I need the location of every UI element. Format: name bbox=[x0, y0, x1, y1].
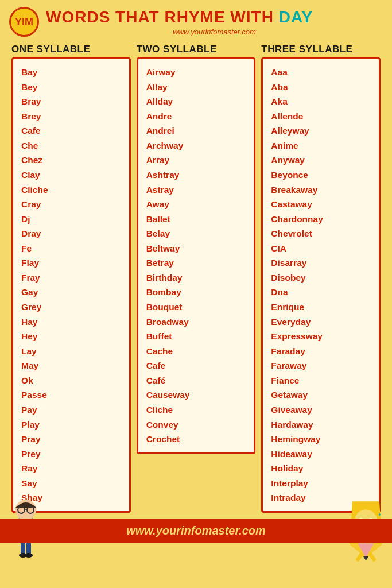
word-item: Airway bbox=[146, 65, 246, 80]
word-item: Aka bbox=[271, 94, 371, 109]
word-item: Holiday bbox=[271, 461, 371, 476]
title-part1: WORDS THAT RHYME WITH bbox=[46, 8, 279, 26]
word-item: Prey bbox=[21, 447, 121, 462]
word-item: Chevrolet bbox=[271, 226, 371, 241]
col-header-1: ONE SYLLABLE bbox=[11, 44, 131, 55]
word-item: Cliche bbox=[146, 403, 246, 417]
svg-line-27 bbox=[358, 554, 362, 559]
word-item: Ok bbox=[21, 373, 121, 388]
word-item: Chardonnay bbox=[271, 212, 371, 227]
word-item: Andrei bbox=[146, 123, 246, 138]
word-item: Anyway bbox=[271, 153, 371, 168]
word-item: Array bbox=[146, 153, 246, 168]
word-item: Castaway bbox=[271, 197, 371, 212]
word-item: Causeway bbox=[146, 388, 246, 403]
word-item: Dj bbox=[21, 212, 121, 227]
word-item: Gay bbox=[21, 285, 121, 300]
word-item: Ashtray bbox=[146, 168, 246, 183]
word-item: Flay bbox=[21, 256, 121, 270]
word-item: Allay bbox=[146, 80, 246, 95]
word-item: Café bbox=[146, 373, 246, 388]
word-item: Fray bbox=[21, 270, 121, 285]
word-item: Alleyway bbox=[271, 123, 371, 138]
word-item: Interplay bbox=[271, 476, 371, 491]
word-item: Aba bbox=[271, 80, 371, 95]
word-item: Beyonce bbox=[271, 168, 371, 183]
footer-text: www.yourinfomaster.com bbox=[126, 524, 266, 537]
svg-line-28 bbox=[370, 554, 374, 559]
word-item: Belay bbox=[146, 226, 246, 241]
title-block: WORDS THAT RHYME WITH DAY www.yourinfoma… bbox=[46, 8, 383, 36]
word-item: Allende bbox=[271, 109, 371, 124]
word-item: Betray bbox=[146, 256, 246, 270]
word-item: Convey bbox=[146, 417, 246, 432]
word-item: Lay bbox=[21, 344, 121, 359]
word-item: Bay bbox=[21, 65, 121, 80]
word-item: Fe bbox=[21, 241, 121, 256]
word-item: Anime bbox=[271, 138, 371, 153]
website-subtitle: www.yourinfomaster.com bbox=[46, 28, 383, 36]
svg-rect-6 bbox=[21, 542, 25, 555]
word-item: Play bbox=[21, 417, 121, 432]
svg-point-9 bbox=[25, 553, 33, 558]
word-item: Clay bbox=[21, 168, 121, 183]
word-item: Cafe bbox=[146, 358, 246, 373]
col-header-2: TWO SYLLABLE bbox=[137, 44, 256, 55]
word-item: Bouquet bbox=[146, 300, 246, 315]
word-item: Archway bbox=[146, 138, 246, 153]
word-item: Bey bbox=[21, 80, 121, 95]
header: YIM WORDS THAT RHYME WITH DAY www.yourin… bbox=[0, 0, 392, 39]
word-item: Bray bbox=[21, 94, 121, 109]
word-item: Cray bbox=[21, 197, 121, 212]
svg-marker-17 bbox=[363, 556, 368, 561]
columns-body: BayBeyBrayBreyCafeCheChezClayClicheCrayD… bbox=[0, 57, 392, 519]
word-item: Broadway bbox=[146, 315, 246, 330]
word-item: Aaa bbox=[271, 65, 371, 80]
word-item: Faraday bbox=[271, 344, 371, 359]
one-syllable-column: BayBeyBrayBreyCafeCheChezClayClicheCrayD… bbox=[11, 57, 131, 513]
main-title: WORDS THAT RHYME WITH DAY bbox=[46, 8, 383, 26]
title-part2: DAY bbox=[279, 8, 313, 26]
word-item: Hey bbox=[21, 329, 121, 344]
word-item: Beltway bbox=[146, 241, 246, 256]
word-item: Che bbox=[21, 138, 121, 153]
two-syllable-column: AirwayAllayAlldayAndreAndreiArchwayArray… bbox=[137, 57, 256, 454]
footer: www.yourinfomaster.com bbox=[0, 519, 392, 543]
word-item: Cafe bbox=[21, 123, 121, 138]
word-item: Getaway bbox=[271, 388, 371, 403]
word-item: CIA bbox=[271, 241, 371, 256]
word-item: Hideaway bbox=[271, 447, 371, 462]
word-item: Ballet bbox=[146, 212, 246, 227]
word-item: May bbox=[21, 358, 121, 373]
logo-text: YIM bbox=[15, 16, 33, 28]
col-header-3: THREE SYLLABLE bbox=[261, 44, 381, 55]
word-item: Grey bbox=[21, 300, 121, 315]
word-item: Away bbox=[146, 197, 246, 212]
word-item: Dray bbox=[21, 226, 121, 241]
word-item: Expressway bbox=[271, 329, 371, 344]
word-item: Giveaway bbox=[271, 403, 371, 417]
word-item: Andre bbox=[146, 109, 246, 124]
word-item: Breakaway bbox=[271, 183, 371, 198]
word-item: Passe bbox=[21, 388, 121, 403]
word-item: Pay bbox=[21, 403, 121, 417]
word-item: Hay bbox=[21, 315, 121, 330]
word-item: Brey bbox=[21, 109, 121, 124]
word-item: Allday bbox=[146, 94, 246, 109]
word-item: Astray bbox=[146, 183, 246, 198]
word-item: Everyday bbox=[271, 315, 371, 330]
word-item: Bombay bbox=[146, 285, 246, 300]
svg-text:✦: ✦ bbox=[378, 512, 382, 517]
word-item: Crochet bbox=[146, 432, 246, 447]
word-item: Faraway bbox=[271, 358, 371, 373]
word-item: Ray bbox=[21, 461, 121, 476]
word-item: Birthday bbox=[146, 270, 246, 285]
word-item: Buffet bbox=[146, 329, 246, 344]
word-item: Disarray bbox=[271, 256, 371, 270]
word-item: Cliche bbox=[21, 183, 121, 198]
word-item: Dna bbox=[271, 285, 371, 300]
word-item: Hemingway bbox=[271, 432, 371, 447]
svg-rect-7 bbox=[26, 542, 31, 555]
three-syllable-column: AaaAbaAkaAllendeAlleywayAnimeAnywayBeyon… bbox=[261, 57, 381, 513]
word-item: Fiance bbox=[271, 373, 371, 388]
